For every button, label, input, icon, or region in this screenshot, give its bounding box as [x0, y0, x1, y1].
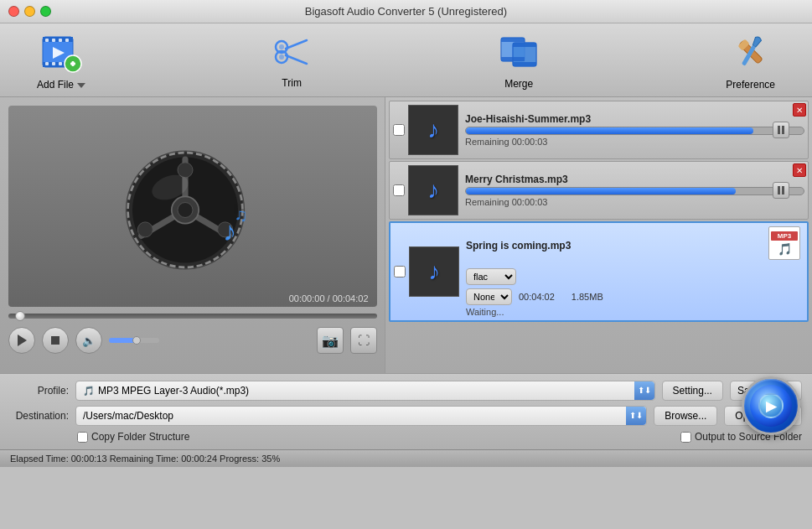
volume-button[interactable]: 🔈 [75, 327, 102, 354]
file-info-2: Merry Christmas.mp3 Remaining 00:00:03 [465, 174, 804, 207]
file-name-2: Merry Christmas.mp3 [465, 174, 804, 185]
trim-label: Trim [282, 77, 302, 89]
svg-point-37 [137, 222, 153, 237]
file-item-2: ♪ Merry Christmas.mp3 Remaining 00:00:03… [389, 161, 809, 220]
file-remaining-2: Remaining 00:00:03 [465, 197, 804, 207]
destination-dropdown-arrow[interactable]: ⬆⬇ [626, 407, 646, 425]
merge-icon [498, 31, 540, 73]
merge-label: Merge [504, 78, 533, 90]
file-duration: 00:04:02 [519, 292, 555, 302]
add-file-label: Add File [37, 79, 74, 91]
add-file-button[interactable]: Add File [17, 23, 106, 97]
file-name-3: Spring is coming.mp3 [466, 240, 571, 252]
file-pause-button-1[interactable] [773, 122, 789, 138]
file-info-3: Spring is coming.mp3 MP3 🎵 flac mp3 aac [466, 226, 804, 317]
file-thumbnail-1: ♪ [408, 105, 458, 155]
maximize-button[interactable] [40, 6, 51, 17]
play-button[interactable] [8, 327, 35, 354]
svg-point-18 [279, 54, 284, 60]
file-info-1: Joe-Hisaishi-Summer.mp3 Remaining 00:00:… [465, 113, 804, 147]
file-progress-bar-1 [465, 127, 804, 135]
profile-dropdown-arrow[interactable]: ⬆⬇ [634, 381, 654, 400]
svg-rect-8 [52, 62, 55, 65]
detail-row: None 00:04:02 1.85MB [466, 288, 804, 305]
file-item: ♪ Joe-Hisaishi-Summer.mp3 Remaining 00:0… [389, 101, 809, 159]
film-reel-graphic: ♪ ♫ [117, 131, 268, 282]
format-select[interactable]: flac mp3 aac [466, 268, 516, 285]
trim-icon [272, 32, 312, 72]
file-status-3: Waiting... [466, 307, 804, 317]
file-list-panel: ♪ Joe-Hisaishi-Summer.mp3 Remaining 00:0… [385, 97, 812, 373]
file-remaining-1: Remaining 00:00:03 [465, 137, 804, 147]
file-checkbox-3[interactable] [394, 266, 406, 277]
file-close-button-2[interactable]: ✕ [793, 163, 806, 177]
add-file-label-row: Add File [37, 79, 85, 91]
svg-rect-7 [45, 62, 49, 65]
profile-value: MP3 MPEG Layer-3 Audio(*.mp3) [98, 385, 648, 397]
file-progress-fill-2 [466, 188, 736, 194]
left-panel: ♪ ♫ 00:00:00 / 00:04:02 🔈 [0, 97, 385, 373]
none-select[interactable]: None [466, 288, 512, 305]
file-checkbox-2[interactable] [393, 184, 405, 196]
preference-icon [729, 30, 773, 74]
file-size: 1.85MB [572, 292, 603, 302]
svg-rect-4 [52, 39, 55, 42]
svg-rect-26 [513, 62, 536, 66]
bottom-area: Profile: 🎵 MP3 MPEG Layer-3 Audio(*.mp3)… [0, 374, 812, 467]
window-controls[interactable] [8, 6, 51, 17]
svg-rect-3 [45, 39, 49, 42]
close-button[interactable] [8, 6, 19, 17]
window-title: Bigasoft Audio Converter 5 (Unregistered… [305, 5, 507, 18]
options-row: Copy Folder Structure Output to Source F… [10, 431, 802, 443]
file-pause-button-2[interactable] [773, 182, 789, 199]
copy-folder-checkbox[interactable] [77, 432, 88, 443]
format-row: flac mp3 aac [466, 268, 804, 285]
preference-label: Preference [726, 79, 775, 91]
trim-button[interactable]: Trim [251, 25, 332, 96]
title-bar: Bigasoft Audio Converter 5 (Unregistered… [0, 0, 812, 23]
stop-button[interactable] [42, 327, 69, 354]
status-text: Elapsed Time: 00:00:13 Remaining Time: 0… [10, 454, 280, 464]
seek-thumb[interactable] [15, 311, 25, 321]
file-progress-fill-1 [466, 127, 753, 134]
svg-text:♫: ♫ [234, 205, 247, 226]
file-thumbnail-3: ♪ [409, 246, 459, 297]
video-area: ♪ ♫ 00:00:00 / 00:04:02 [8, 106, 377, 307]
add-file-icon [39, 30, 83, 74]
add-file-dropdown-arrow[interactable] [77, 83, 85, 88]
svg-rect-5 [59, 39, 62, 42]
destination-label: Destination: [10, 410, 69, 422]
player-controls: 🔈 📷 ⛶ [8, 327, 377, 354]
snapshot-button[interactable]: 📷 [317, 327, 344, 354]
bottom-panel: Profile: 🎵 MP3 MPEG Layer-3 Audio(*.mp3)… [0, 374, 812, 449]
profile-label: Profile: [10, 385, 69, 397]
svg-point-39 [178, 203, 193, 218]
setting-button[interactable]: Setting... [662, 381, 723, 401]
status-bar: Elapsed Time: 00:00:13 Remaining Time: 0… [0, 449, 812, 467]
preference-button[interactable]: Preference [706, 23, 795, 97]
output-source-checkbox[interactable] [680, 432, 691, 443]
file-checkbox-1[interactable] [393, 124, 405, 136]
svg-line-20 [286, 55, 307, 64]
file-item-3: ♪ Spring is coming.mp3 MP3 🎵 flac [389, 221, 809, 322]
destination-field[interactable]: /Users/mac/Desktop ⬆⬇ [75, 406, 647, 426]
svg-rect-24 [501, 57, 525, 61]
main-content: ♪ ♫ 00:00:00 / 00:04:02 🔈 [0, 97, 812, 374]
fullscreen-button[interactable]: ⛶ [350, 327, 377, 354]
svg-rect-6 [65, 39, 69, 42]
svg-rect-25 [513, 43, 536, 47]
time-display: 00:00:00 / 00:04:02 [289, 293, 369, 303]
volume-slider[interactable] [109, 338, 159, 343]
convert-button[interactable]: ▶ [742, 376, 800, 435]
svg-point-17 [279, 44, 284, 49]
file-name-1: Joe-Hisaishi-Summer.mp3 [465, 113, 804, 125]
destination-row: Destination: /Users/mac/Desktop ⬆⬇ Brows… [10, 406, 802, 426]
svg-line-19 [286, 40, 307, 49]
profile-select[interactable]: 🎵 MP3 MPEG Layer-3 Audio(*.mp3) ⬆⬇ [75, 381, 655, 401]
file-close-button-1[interactable]: ✕ [793, 103, 806, 117]
minimize-button[interactable] [24, 6, 35, 17]
copy-folder-label: Copy Folder Structure [91, 431, 189, 443]
browse-button[interactable]: Browse... [654, 406, 717, 426]
merge-button[interactable]: Merge [478, 24, 560, 96]
convert-button-inner: ▶ [750, 385, 792, 427]
